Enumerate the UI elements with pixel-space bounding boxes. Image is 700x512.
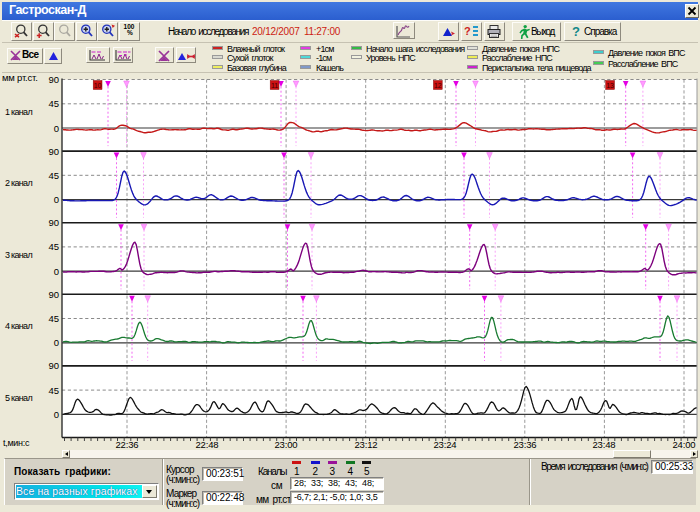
svg-text:4 канал: 4 канал	[5, 321, 32, 331]
svg-text:90: 90	[48, 74, 59, 85]
svg-text:0: 0	[54, 266, 59, 277]
svg-text:2 канал: 2 канал	[5, 178, 32, 188]
svg-text:45: 45	[48, 313, 59, 324]
svg-text:t,мин:с: t,мин:с	[3, 438, 30, 448]
svg-text:23:48: 23:48	[592, 439, 615, 450]
svg-text:24:00: 24:00	[672, 439, 695, 450]
svg-text:45: 45	[48, 98, 59, 109]
svg-text:90: 90	[48, 289, 59, 300]
svg-text:11: 11	[271, 82, 278, 89]
svg-text:5 канал: 5 канал	[5, 393, 32, 403]
svg-text:0: 0	[54, 337, 59, 348]
svg-text:90: 90	[48, 146, 59, 157]
svg-text:22:36: 22:36	[115, 439, 138, 450]
svg-text:13: 13	[606, 82, 614, 89]
svg-text:1 канал: 1 канал	[5, 107, 32, 117]
svg-text:45: 45	[48, 241, 59, 252]
svg-text:мм рт.ст.: мм рт.ст.	[2, 72, 38, 83]
svg-text:90: 90	[48, 360, 59, 371]
svg-text:23:12: 23:12	[354, 439, 377, 450]
svg-text:0: 0	[54, 123, 59, 134]
svg-text:23:36: 23:36	[513, 439, 536, 450]
svg-text:22:48: 22:48	[195, 439, 218, 450]
svg-text:10: 10	[94, 82, 102, 89]
svg-text:0: 0	[54, 409, 59, 420]
svg-text:45: 45	[48, 170, 59, 181]
svg-text:45: 45	[48, 385, 59, 396]
svg-text:0: 0	[54, 194, 59, 205]
svg-text:23:24: 23:24	[433, 439, 456, 450]
svg-text:23:00: 23:00	[274, 439, 297, 450]
svg-text:3 канал: 3 канал	[5, 250, 32, 260]
svg-text:90: 90	[48, 217, 59, 228]
svg-text:12: 12	[434, 82, 442, 89]
svg-text:?: ?	[464, 25, 471, 37]
